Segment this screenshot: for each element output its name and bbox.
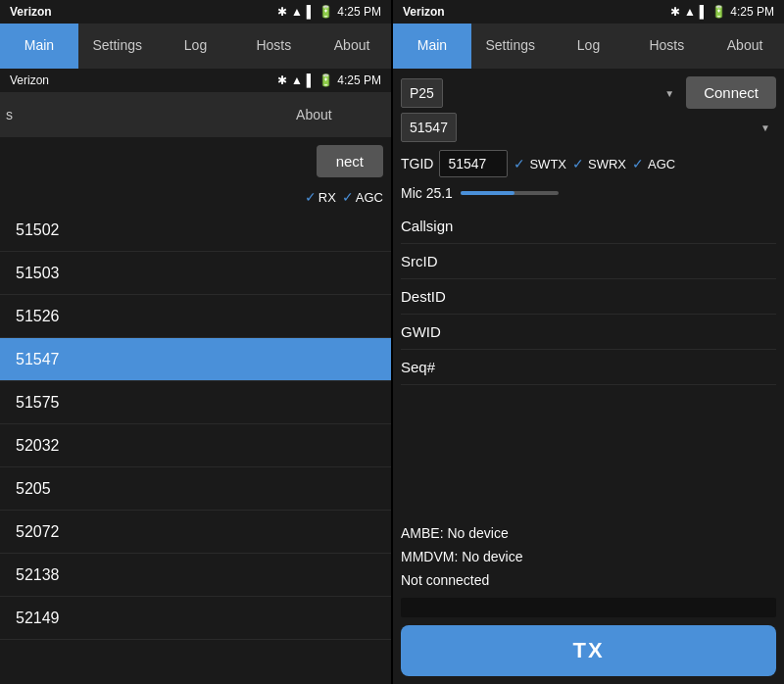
mic-slider[interactable]	[461, 191, 559, 195]
tgid-select-row: 51547	[393, 113, 784, 146]
left-content: M17 YSF FCS DMR P25 NXDN REF	[0, 69, 391, 684]
right-signal-icon: ▌	[700, 5, 709, 19]
left-carrier: Verizon	[10, 5, 52, 19]
right-phone-panel: Verizon ✱ ▲ ▌ 🔋 4:25 PM Main Settings Lo…	[393, 0, 784, 684]
info-row-gwid: GWID	[401, 315, 776, 350]
bluetooth-icon: ✱	[277, 5, 287, 19]
right-tab-log[interactable]: Log	[550, 24, 628, 69]
status-mmdvm: MMDVM: No device	[401, 547, 776, 566]
battery-icon: 🔋	[318, 5, 333, 19]
overlay-tab-partial: s	[0, 92, 237, 137]
mic-row: Mic 25.1	[393, 181, 784, 205]
dropdown-item-51575[interactable]: 51575	[0, 381, 391, 424]
left-tab-main[interactable]: Main	[0, 24, 78, 69]
left-tab-about[interactable]: About	[313, 24, 391, 69]
swrx-checkbox[interactable]: ✓ SWRX	[572, 156, 626, 171]
right-status-icons: ✱ ▲ ▌ 🔋 4:25 PM	[670, 5, 774, 19]
left-tab-settings[interactable]: Settings	[78, 24, 157, 69]
overlay-dropdown-list: 51502 51503 51526 51547 51575 52032	[0, 209, 391, 684]
overlay-checkbox-agc[interactable]: ✓ AGC	[342, 189, 383, 205]
tx-progress-bar	[401, 598, 776, 617]
wifi-icon: ▲	[291, 5, 303, 19]
left-phone-panel: Verizon ✱ ▲ ▌ 🔋 4:25 PM Main Settings Lo…	[0, 0, 391, 684]
dropdown-overlay: Verizon ✱ ▲ ▌ 🔋 4:25 PM s About	[0, 69, 391, 684]
right-content: P25 Connect 51547 TGID ✓ SWTX	[393, 69, 784, 684]
dropdown-item-52138[interactable]: 52138	[0, 554, 391, 597]
right-tab-main[interactable]: Main	[393, 24, 471, 69]
overlay-tab-about[interactable]: About	[237, 92, 391, 137]
dropdown-item-51503[interactable]: 51503	[0, 252, 391, 295]
swtx-checkbox[interactable]: ✓ SWTX	[514, 156, 566, 171]
overlay-time: 4:25 PM	[337, 73, 381, 87]
overlay-controls-partial: nect	[0, 137, 391, 185]
right-tab-hosts[interactable]: Hosts	[627, 24, 706, 69]
left-status-bar: Verizon ✱ ▲ ▌ 🔋 4:25 PM	[0, 0, 391, 24]
dropdown-item-51502[interactable]: 51502	[0, 209, 391, 252]
left-tab-log[interactable]: Log	[157, 24, 235, 69]
tgid-input[interactable]	[439, 150, 508, 177]
info-row-srcid: SrcID	[401, 244, 776, 279]
spacer	[393, 389, 784, 515]
status-connection: Not connected	[401, 570, 776, 590]
overlay-connect-button[interactable]: nect	[317, 145, 383, 177]
dropdown-item-51526[interactable]: 51526	[0, 295, 391, 338]
overlay-checkbox-row: ✓ RX ✓ AGC	[0, 185, 391, 209]
mode-select[interactable]: P25	[401, 78, 443, 108]
tx-button[interactable]: TX	[401, 625, 776, 676]
right-carrier: Verizon	[403, 5, 445, 19]
mode-select-wrapper: P25	[401, 78, 680, 108]
info-rows: Callsign SrcID DestID GWID Seq#	[393, 205, 784, 389]
left-tab-hosts[interactable]: Hosts	[234, 24, 313, 69]
right-time: 4:25 PM	[730, 5, 774, 19]
left-time: 4:25 PM	[337, 5, 381, 19]
right-tab-settings[interactable]: Settings	[471, 24, 550, 69]
overlay-battery-icon: 🔋	[318, 73, 333, 87]
tgid-select-wrapper: 51547	[401, 113, 776, 142]
tgid-select[interactable]: 51547	[401, 113, 457, 142]
overlay-tab-bar: s About	[0, 92, 391, 137]
dropdown-item-51547[interactable]: 51547	[0, 338, 391, 381]
dropdown-item-52032[interactable]: 52032	[0, 424, 391, 467]
overlay-carrier: Verizon	[10, 73, 49, 87]
mic-slider-fill	[461, 191, 514, 195]
tgid-input-row: TGID ✓ SWTX ✓ SWRX ✓ AGC	[393, 146, 784, 181]
tgid-label: TGID	[401, 156, 433, 171]
right-tab-about[interactable]: About	[706, 24, 784, 69]
overlay-status-bar: Verizon ✱ ▲ ▌ 🔋 4:25 PM	[0, 69, 391, 92]
status-ambe: AMBE: No device	[401, 523, 776, 543]
info-row-callsign: Callsign	[401, 209, 776, 244]
right-status-bar: Verizon ✱ ▲ ▌ 🔋 4:25 PM	[393, 0, 784, 24]
status-messages: AMBE: No device MMDVM: No device Not con…	[393, 515, 784, 590]
overlay-checkbox-rx[interactable]: ✓ RX	[305, 189, 336, 205]
right-bluetooth-icon: ✱	[670, 5, 680, 19]
right-tab-bar: Main Settings Log Hosts About	[393, 24, 784, 69]
signal-icon: ▌	[307, 5, 316, 19]
overlay-signal-icon: ▌	[307, 73, 316, 87]
dropdown-item-52149[interactable]: 52149	[0, 597, 391, 640]
connect-button[interactable]: Connect	[686, 76, 776, 109]
left-tab-bar: Main Settings Log Hosts About	[0, 24, 391, 69]
info-row-destid: DestID	[401, 279, 776, 315]
mode-connect-row: P25 Connect	[393, 69, 784, 113]
info-row-seq: Seq#	[401, 350, 776, 385]
mic-label: Mic 25.1	[401, 185, 453, 201]
right-battery-icon: 🔋	[711, 5, 726, 19]
agc-checkbox[interactable]: ✓ AGC	[632, 156, 675, 171]
dropdown-item-52072[interactable]: 52072	[0, 511, 391, 554]
right-wifi-icon: ▲	[684, 5, 696, 19]
overlay-wifi-icon: ▲	[291, 73, 303, 87]
tx-button-wrapper: TX	[393, 617, 784, 684]
dropdown-item-5205[interactable]: 5205	[0, 467, 391, 511]
overlay-bluetooth-icon: ✱	[277, 73, 287, 87]
left-status-icons: ✱ ▲ ▌ 🔋 4:25 PM	[277, 5, 381, 19]
